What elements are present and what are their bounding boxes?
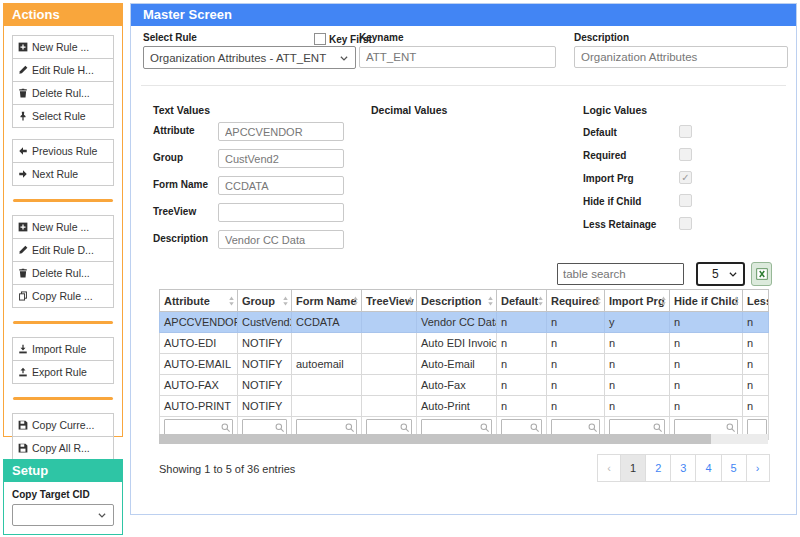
trash-icon: [18, 268, 28, 278]
pagination-page-4[interactable]: 4: [695, 454, 721, 482]
arrow-right-icon: [18, 169, 28, 179]
col-header-treeview[interactable]: TreeView: [362, 290, 417, 312]
edit-rule-detail-button[interactable]: Edit Rule D...: [12, 238, 114, 262]
text-values-title: Text Values: [153, 104, 210, 116]
col-header-form-name[interactable]: Form Name: [292, 290, 362, 312]
button-label: Previous Rule: [32, 145, 97, 157]
less-retainage-label: Less Retainage: [583, 219, 656, 230]
form-name-input[interactable]: [218, 176, 344, 195]
select-rule-select[interactable]: Organization Attributes - ATT_ENT: [143, 46, 356, 69]
scrollbar-thumb[interactable]: [159, 434, 711, 444]
required-checkbox[interactable]: [679, 148, 692, 161]
copy-all-button[interactable]: Copy All R...: [12, 436, 114, 460]
new-rule-header-button[interactable]: New Rule ...: [12, 35, 114, 59]
pagination-page-3[interactable]: 3: [670, 454, 696, 482]
copy-rule-button[interactable]: Copy Rule ...: [12, 284, 114, 308]
sort-icon: [486, 295, 495, 309]
setup-panel: Setup Copy Target CID: [3, 459, 123, 535]
save-icon: [18, 443, 28, 453]
setup-body: Copy Target CID: [4, 482, 122, 533]
pencil-icon: [18, 65, 28, 75]
new-rule-detail-button[interactable]: New Rule ...: [12, 215, 114, 239]
sort-icon: [351, 295, 360, 309]
required-label: Required: [583, 150, 626, 161]
button-label: Copy Rule ...: [32, 290, 93, 302]
table-row-auto-edi[interactable]: AUTO-EDINOTIFYAuto EDI Invoicesnnnnn: [160, 333, 769, 354]
less-retainage-checkbox[interactable]: [679, 217, 692, 230]
table-row-auto-print[interactable]: AUTO-PRINTNOTIFYAuto-Printnnnnn: [160, 396, 769, 417]
select-rule-value: Organization Attributes - ATT_ENT: [150, 52, 326, 64]
col-header-hide-if-child[interactable]: Hide if Child: [670, 290, 743, 312]
col-header-description[interactable]: Description: [417, 290, 497, 312]
entries-summary: Showing 1 to 5 of 36 entries: [159, 463, 295, 475]
sort-icon: [227, 295, 236, 309]
next-rule-button[interactable]: Next Rule: [12, 162, 114, 186]
master-screen-panel: Master Screen Select Rule Organization A…: [130, 3, 797, 515]
group-label: Group: [153, 152, 183, 163]
export-excel-button[interactable]: [751, 262, 772, 286]
trash-icon: [18, 88, 28, 98]
import-prg-checkbox[interactable]: ✓: [679, 171, 692, 184]
pagination-page-5[interactable]: 5: [721, 454, 747, 482]
description-field-input[interactable]: [218, 230, 344, 249]
button-label: Delete Rul...: [32, 87, 90, 99]
pagination-page-2[interactable]: 2: [645, 454, 671, 482]
col-header-default[interactable]: Default: [497, 290, 547, 312]
delete-rule-header-button[interactable]: Delete Rul...: [12, 81, 114, 105]
button-label: Edit Rule H...: [32, 64, 94, 76]
button-label: Export Rule: [32, 366, 87, 378]
previous-rule-button[interactable]: Previous Rule: [12, 139, 114, 163]
button-label: Copy Curre...: [32, 419, 94, 431]
col-header-less[interactable]: Less: [743, 290, 769, 312]
pagination-prev-button[interactable]: ‹: [597, 454, 621, 482]
logic-values-title: Logic Values: [583, 104, 647, 116]
treeview-input[interactable]: [218, 203, 344, 222]
hide-if-child-label: Hide if Child: [583, 196, 641, 207]
page-size-select[interactable]: 5: [696, 262, 745, 286]
form-name-label: Form Name: [153, 179, 208, 190]
col-header-required[interactable]: Required: [547, 290, 605, 312]
table-search-input[interactable]: [557, 263, 684, 285]
sort-icon: [536, 295, 545, 309]
key-first-checkbox[interactable]: [314, 33, 326, 45]
table-row-auto-email[interactable]: AUTO-EMAILNOTIFYautoemailAuto-Emailnnnnn: [160, 354, 769, 375]
default-checkbox[interactable]: [679, 125, 692, 138]
attribute-input[interactable]: [218, 122, 344, 141]
pagination-page-1[interactable]: 1: [620, 454, 646, 482]
import-rule-button[interactable]: Import Rule: [12, 337, 114, 361]
button-label: Import Rule: [32, 343, 86, 355]
actions-panel-title: Actions: [4, 4, 122, 26]
orange-divider: [13, 321, 113, 324]
export-rule-button[interactable]: Export Rule: [12, 360, 114, 384]
col-header-attribute[interactable]: Attribute: [160, 290, 238, 312]
keyname-label: Keyname: [359, 32, 403, 43]
master-screen-title: Master Screen: [131, 4, 796, 26]
default-label: Default: [583, 127, 617, 138]
import-icon: [18, 344, 28, 354]
decimal-values-title: Decimal Values: [371, 104, 447, 116]
rule-nav-button-group: Previous Rule Next Rule: [12, 139, 114, 186]
edit-rule-header-button[interactable]: Edit Rule H...: [12, 58, 114, 82]
form-divider: [141, 85, 786, 86]
button-label: Select Rule: [32, 110, 86, 122]
col-header-group[interactable]: Group: [238, 290, 292, 312]
group-input[interactable]: [218, 149, 344, 168]
copy-current-button[interactable]: Copy Curre...: [12, 413, 114, 437]
description-input[interactable]: [574, 46, 788, 68]
button-label: New Rule ...: [32, 221, 89, 233]
pin-icon: [18, 111, 28, 121]
delete-rule-detail-button[interactable]: Delete Rul...: [12, 261, 114, 285]
page-size-value: 5: [712, 267, 719, 281]
description-field-label: Description: [153, 233, 208, 244]
table-row-auto-fax[interactable]: AUTO-FAXNOTIFYAuto-Faxnnnnn: [160, 375, 769, 396]
keyname-input[interactable]: [359, 46, 556, 68]
table-row-apccvendor[interactable]: APCCVENDORCustVend2CCDATAVendor CC Datan…: [160, 312, 769, 333]
hide-if-child-checkbox[interactable]: [679, 194, 692, 207]
button-label: Edit Rule D...: [32, 244, 94, 256]
save-icon: [18, 420, 28, 430]
horizontal-scrollbar: [159, 434, 768, 444]
select-rule-button[interactable]: Select Rule: [12, 104, 114, 128]
col-header-import-prg[interactable]: Import Prg: [605, 290, 670, 312]
pagination-next-button[interactable]: ›: [746, 454, 770, 482]
copy-target-cid-select[interactable]: [12, 504, 114, 526]
